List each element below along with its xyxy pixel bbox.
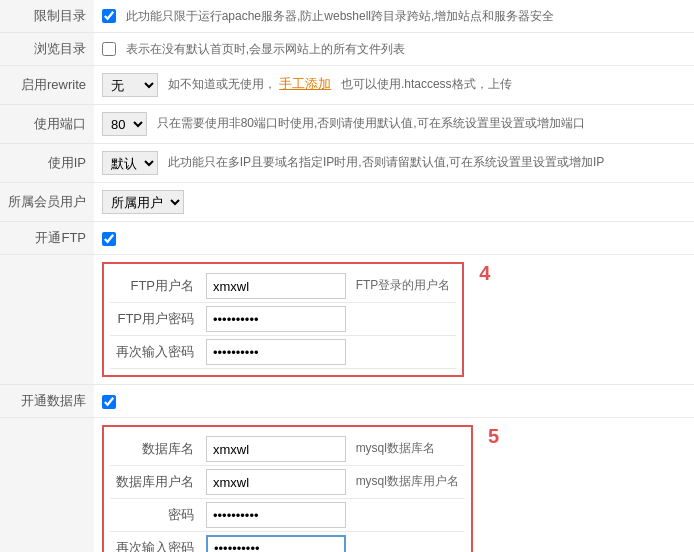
browse-dir-checkbox[interactable]	[102, 42, 116, 56]
db-username-hint: mysql数据库用户名	[356, 474, 459, 488]
ip-content: 默认 此功能只在多IP且要域名指定IP时用,否则请留默认值,可在系统设置里设置或…	[94, 144, 694, 183]
ftp-password-label: FTP用户密码	[110, 303, 200, 336]
db-confirm-cell	[200, 532, 465, 553]
ftp-box: FTP用户名 FTP登录的用户名 FTP用户密码	[102, 262, 464, 377]
rewrite-select[interactable]: 无 开启	[102, 73, 158, 97]
rewrite-hint-after: 也可以使用.htaccess格式，上传	[341, 77, 512, 91]
ftp-badge: 4	[479, 262, 490, 285]
db-confirm-label: 再次输入密码	[110, 532, 200, 553]
db-box: 数据库名 mysql数据库名 数据库用户名 mysql数据库用户名	[102, 425, 473, 552]
db-username-cell: mysql数据库用户名	[200, 466, 465, 499]
db-fields-row: 数据库名 mysql数据库名 数据库用户名 mysql数据库用户名	[0, 418, 694, 553]
ftp-password-input[interactable]	[206, 306, 346, 332]
db-password-label: 密码	[110, 499, 200, 532]
member-user-select[interactable]: 所属用户	[102, 190, 184, 214]
db-password-input[interactable]	[206, 502, 346, 528]
browse-dir-text: 表示在没有默认首页时,会显示网站上的所有文件列表	[126, 42, 405, 56]
ftp-enable-row: 开通FTP	[0, 222, 694, 255]
ftp-password-cell	[200, 303, 456, 336]
ftp-confirm-cell	[200, 336, 456, 369]
db-password-row: 密码	[110, 499, 465, 532]
db-fields-content: 数据库名 mysql数据库名 数据库用户名 mysql数据库用户名	[94, 418, 694, 553]
port-row: 使用端口 80 只在需要使用非80端口时使用,否则请使用默认值,可在系统设置里设…	[0, 105, 694, 144]
ip-hint: 此功能只在多IP且要域名指定IP时用,否则请留默认值,可在系统设置里设置或增加I…	[168, 155, 605, 169]
db-confirm-input[interactable]	[206, 535, 346, 552]
ftp-inner-table: FTP用户名 FTP登录的用户名 FTP用户密码	[110, 270, 456, 369]
ip-select[interactable]: 默认	[102, 151, 158, 175]
db-name-input[interactable]	[206, 436, 346, 462]
ftp-username-cell: FTP登录的用户名	[200, 270, 456, 303]
db-confirm-row: 再次输入密码	[110, 532, 465, 553]
db-enable-label: 开通数据库	[0, 385, 94, 418]
browse-dir-content: 表示在没有默认首页时,会显示网站上的所有文件列表	[94, 33, 694, 66]
rewrite-hint: 如不知道或无使用，	[168, 77, 276, 91]
ftp-fields-row: FTP用户名 FTP登录的用户名 FTP用户密码	[0, 255, 694, 385]
rewrite-row: 启用rewrite 无 开启 如不知道或无使用， 手工添加 也可以使用.htac…	[0, 66, 694, 105]
ftp-username-hint: FTP登录的用户名	[356, 278, 451, 292]
rewrite-manual-add-link[interactable]: 手工添加	[279, 76, 331, 91]
restrict-dir-content: 此功能只限于运行apache服务器,防止webshell跨目录跨站,增加站点和服…	[94, 0, 694, 33]
ftp-username-label: FTP用户名	[110, 270, 200, 303]
db-name-cell: mysql数据库名	[200, 433, 465, 466]
ip-label: 使用IP	[0, 144, 94, 183]
db-inner-table: 数据库名 mysql数据库名 数据库用户名 mysql数据库用户名	[110, 433, 465, 552]
rewrite-label: 启用rewrite	[0, 66, 94, 105]
ftp-fields-content: FTP用户名 FTP登录的用户名 FTP用户密码	[94, 255, 694, 385]
db-badge: 5	[488, 425, 499, 448]
db-enable-row: 开通数据库	[0, 385, 694, 418]
ftp-confirm-input[interactable]	[206, 339, 346, 365]
browse-dir-row: 浏览目录 表示在没有默认首页时,会显示网站上的所有文件列表	[0, 33, 694, 66]
member-user-label: 所属会员用户	[0, 183, 94, 222]
restrict-dir-checkbox[interactable]	[102, 9, 116, 23]
db-username-input[interactable]	[206, 469, 346, 495]
db-name-row: 数据库名 mysql数据库名	[110, 433, 465, 466]
port-content: 80 只在需要使用非80端口时使用,否则请使用默认值,可在系统设置里设置或增加端…	[94, 105, 694, 144]
ftp-password-row: FTP用户密码	[110, 303, 456, 336]
ftp-enable-label: 开通FTP	[0, 222, 94, 255]
db-name-label: 数据库名	[110, 433, 200, 466]
ftp-username-row: FTP用户名 FTP登录的用户名	[110, 270, 456, 303]
db-password-cell	[200, 499, 465, 532]
ip-row: 使用IP 默认 此功能只在多IP且要域名指定IP时用,否则请留默认值,可在系统设…	[0, 144, 694, 183]
restrict-dir-text: 此功能只限于运行apache服务器,防止webshell跨目录跨站,增加站点和服…	[126, 9, 555, 23]
rewrite-content: 无 开启 如不知道或无使用， 手工添加 也可以使用.htaccess格式，上传	[94, 66, 694, 105]
db-enable-checkbox[interactable]	[102, 395, 116, 409]
member-user-content: 所属用户	[94, 183, 694, 222]
db-enable-content	[94, 385, 694, 418]
ftp-confirm-label: 再次输入密码	[110, 336, 200, 369]
member-user-row: 所属会员用户 所属用户	[0, 183, 694, 222]
port-select[interactable]: 80	[102, 112, 147, 136]
port-label: 使用端口	[0, 105, 94, 144]
db-username-row: 数据库用户名 mysql数据库用户名	[110, 466, 465, 499]
db-name-hint: mysql数据库名	[356, 441, 435, 455]
ftp-confirm-row: 再次输入密码	[110, 336, 456, 369]
ftp-username-input[interactable]	[206, 273, 346, 299]
ftp-enable-content	[94, 222, 694, 255]
db-username-label: 数据库用户名	[110, 466, 200, 499]
port-hint: 只在需要使用非80端口时使用,否则请使用默认值,可在系统设置里设置或增加端口	[157, 116, 585, 130]
browse-dir-label: 浏览目录	[0, 33, 94, 66]
settings-form: 限制目录 此功能只限于运行apache服务器,防止webshell跨目录跨站,增…	[0, 0, 694, 552]
restrict-dir-label: 限制目录	[0, 0, 94, 33]
restrict-dir-row: 限制目录 此功能只限于运行apache服务器,防止webshell跨目录跨站,增…	[0, 0, 694, 33]
ftp-enable-checkbox[interactable]	[102, 232, 116, 246]
